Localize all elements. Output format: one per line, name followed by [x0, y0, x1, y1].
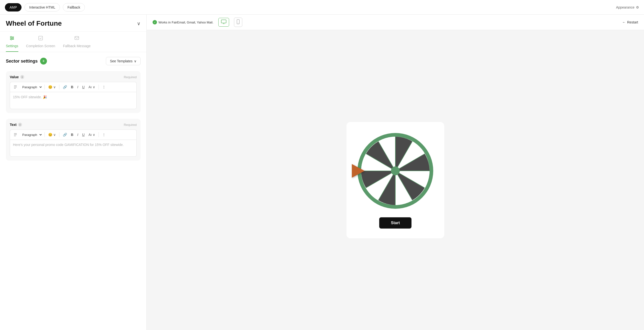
- svg-point-4: [12, 38, 14, 39]
- tab-completion-screen[interactable]: Completion Screen: [26, 36, 55, 52]
- see-templates-button[interactable]: See Templates ∨: [106, 57, 140, 65]
- svg-rect-6: [39, 36, 42, 40]
- mobile-view-button[interactable]: [234, 18, 242, 27]
- text-bold-btn[interactable]: B: [70, 132, 75, 138]
- text-emoji-btn[interactable]: 😊 ∨: [47, 132, 57, 138]
- gear-icon: ⚙: [636, 6, 639, 9]
- see-templates-label: See Templates: [110, 59, 132, 63]
- text-underline-btn[interactable]: U: [81, 132, 86, 138]
- chevron-down-icon[interactable]: ∨: [137, 20, 140, 26]
- right-panel: ✓ Works in FairEmail, Gmail, Yahoo Mail.…: [147, 15, 644, 330]
- text-editor-toolbar: Paragraph 😊 ∨ 🔗 B I U Aı ∨ ⋮: [10, 130, 137, 140]
- sector-settings-header: Sector settings + See Templates ∨: [6, 57, 140, 65]
- appearance-label: Appearance: [616, 6, 634, 9]
- desktop-view-button[interactable]: [218, 18, 229, 27]
- value-toolbar-format-btn[interactable]: [12, 84, 19, 90]
- settings-icon: [9, 36, 15, 42]
- value-field-header: Value i Required: [10, 75, 137, 79]
- svg-point-26: [391, 166, 400, 175]
- green-check-icon: ✓: [152, 20, 157, 24]
- top-bar: AMP Interactive HTML Fallback Appearance…: [0, 0, 644, 15]
- text-divider-2: [59, 132, 60, 137]
- svg-point-5: [11, 39, 12, 40]
- preview-card: Start: [346, 122, 444, 238]
- fallback-message-tab-label: Fallback Message: [63, 44, 91, 48]
- value-placeholder: 15% OFF sitewide. 🎉: [13, 95, 47, 99]
- svg-rect-7: [75, 36, 79, 40]
- divider-2: [59, 84, 60, 90]
- text-paragraph-select[interactable]: Paragraph: [20, 132, 42, 138]
- settings-tab-label: Settings: [6, 44, 18, 48]
- svg-point-3: [10, 36, 12, 38]
- panel-title: Wheel of Fortune: [6, 20, 62, 28]
- tab-settings[interactable]: Settings: [6, 36, 18, 52]
- compat-text: Works in FairEmail, Gmail, Yahoo Mail.: [158, 20, 214, 24]
- text-field-label: Text i: [10, 123, 22, 126]
- wheel-arrow: [352, 164, 364, 178]
- value-required-text: Required: [124, 75, 137, 79]
- value-underline-btn[interactable]: U: [81, 84, 86, 90]
- value-info-badge[interactable]: i: [20, 75, 24, 79]
- completion-screen-icon: [38, 36, 43, 42]
- value-field-label: Value i: [10, 75, 24, 79]
- value-field-section: Value i Required Paragraph 😊 ∨ 🔗: [6, 71, 140, 113]
- preview-area: Start: [147, 30, 644, 330]
- restart-button[interactable]: ← Restart: [622, 20, 638, 24]
- fallback-message-icon: [74, 36, 80, 42]
- text-info-badge[interactable]: i: [18, 123, 22, 126]
- value-editor-area[interactable]: 15% OFF sitewide. 🎉: [10, 92, 137, 109]
- wheel-svg: [356, 132, 434, 210]
- svg-rect-8: [221, 20, 226, 23]
- main-layout: Wheel of Fortune ∨ Settings: [0, 15, 644, 330]
- value-italic-btn[interactable]: I: [76, 84, 80, 90]
- text-font-size-btn[interactable]: Aı ∨: [87, 132, 96, 138]
- tab-fallback-message[interactable]: Fallback Message: [63, 36, 91, 52]
- panel-header: Wheel of Fortune ∨: [0, 15, 146, 32]
- text-required-text: Required: [124, 123, 137, 126]
- panel-content: Sector settings + See Templates ∨ Value …: [0, 52, 146, 166]
- value-editor-toolbar: Paragraph 😊 ∨ 🔗 B I U Aı ∨ ⋮: [10, 82, 137, 92]
- sector-settings-title: Sector settings +: [6, 58, 47, 64]
- tab-fallback[interactable]: Fallback: [63, 3, 85, 12]
- text-field-section: Text i Required Paragraph 😊 ∨ 🔗: [6, 119, 140, 160]
- panel-tabs: Settings Completion Screen: [0, 32, 146, 52]
- svg-point-11: [238, 23, 238, 24]
- text-placeholder: Here's your personal promo code GAMIFICA…: [13, 143, 124, 147]
- wheel-container: [356, 132, 434, 210]
- templates-chevron-icon: ∨: [134, 59, 136, 63]
- text-italic-btn[interactable]: I: [76, 132, 80, 138]
- text-field-header: Text i Required: [10, 123, 137, 126]
- text-divider-1: [44, 132, 45, 137]
- value-bold-btn[interactable]: B: [70, 84, 75, 90]
- add-sector-button[interactable]: +: [40, 58, 47, 64]
- divider-1: [44, 84, 45, 90]
- preview-header: ✓ Works in FairEmail, Gmail, Yahoo Mail.…: [147, 15, 644, 30]
- value-link-btn[interactable]: 🔗: [61, 84, 68, 90]
- text-divider-3: [98, 132, 99, 137]
- value-paragraph-select[interactable]: Paragraph: [20, 84, 42, 90]
- value-font-size-btn[interactable]: Aı ∨: [87, 84, 96, 90]
- completion-screen-tab-label: Completion Screen: [26, 44, 55, 48]
- tab-amp[interactable]: AMP: [5, 3, 22, 12]
- text-more-btn[interactable]: ⋮: [101, 132, 107, 138]
- restart-label: Restart: [627, 20, 638, 24]
- value-emoji-btn[interactable]: 😊 ∨: [47, 84, 57, 90]
- left-panel: Wheel of Fortune ∨ Settings: [0, 15, 147, 330]
- arrow-left-icon: ←: [622, 20, 626, 24]
- appearance-button[interactable]: Appearance ⚙: [616, 6, 639, 9]
- start-button[interactable]: Start: [379, 217, 412, 228]
- compat-badge: ✓ Works in FairEmail, Gmail, Yahoo Mail.: [152, 20, 214, 24]
- tab-interactive-html[interactable]: Interactive HTML: [24, 3, 60, 12]
- text-link-btn[interactable]: 🔗: [61, 132, 68, 138]
- divider-3: [98, 84, 99, 90]
- value-more-btn[interactable]: ⋮: [101, 84, 107, 90]
- text-toolbar-format-btn[interactable]: [12, 132, 19, 138]
- text-editor-area[interactable]: Here's your personal promo code GAMIFICA…: [10, 140, 137, 157]
- sector-settings-label: Sector settings: [6, 59, 38, 64]
